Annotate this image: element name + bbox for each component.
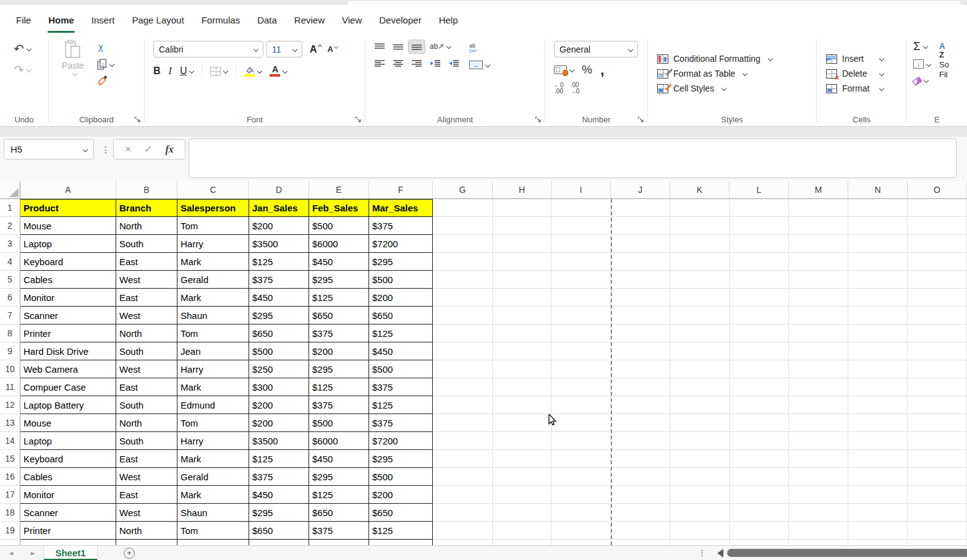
undo-button[interactable]: ↶: [14, 43, 31, 54]
empty-cell[interactable]: [493, 432, 552, 450]
cell-mar-sales[interactable]: $7200: [369, 432, 433, 450]
cell-feb-sales[interactable]: $295: [309, 271, 369, 289]
empty-cell[interactable]: [309, 540, 369, 545]
clear-button[interactable]: [913, 77, 931, 84]
cell-feb-sales[interactable]: $500: [309, 217, 369, 235]
cell-feb-sales[interactable]: $450: [309, 253, 369, 271]
cell-branch[interactable]: West: [116, 468, 177, 486]
empty-cell[interactable]: [611, 325, 670, 342]
empty-cell[interactable]: [789, 199, 848, 217]
empty-cell[interactable]: [848, 414, 908, 432]
empty-cell[interactable]: [433, 217, 493, 235]
cell-mar-sales[interactable]: $500: [369, 360, 433, 378]
cell-product[interactable]: Mouse: [20, 217, 116, 235]
fill-color-button[interactable]: [244, 66, 262, 77]
align-right-button[interactable]: [411, 59, 422, 67]
empty-cell[interactable]: [670, 414, 730, 432]
column-header-k[interactable]: K: [670, 181, 730, 198]
empty-cell[interactable]: [493, 235, 552, 253]
empty-cell[interactable]: [848, 396, 908, 414]
empty-cell[interactable]: [552, 271, 611, 289]
empty-cell[interactable]: [552, 432, 611, 450]
column-header-b[interactable]: B: [116, 181, 177, 198]
cell-jan-sales[interactable]: $250: [249, 360, 309, 378]
cell-product[interactable]: Scanner: [20, 307, 116, 325]
empty-cell[interactable]: [493, 217, 552, 235]
empty-cell[interactable]: [670, 522, 730, 540]
cell-branch[interactable]: East: [116, 450, 177, 468]
empty-cell[interactable]: [789, 396, 848, 414]
empty-cell[interactable]: [433, 342, 493, 360]
cell-header-branch[interactable]: Branch: [116, 199, 177, 217]
cell-mar-sales[interactable]: $125: [369, 522, 433, 540]
empty-cell[interactable]: [789, 540, 848, 545]
cell-feb-sales[interactable]: $650: [309, 504, 369, 522]
empty-cell[interactable]: [433, 432, 493, 450]
empty-cell[interactable]: [552, 378, 611, 396]
empty-cell[interactable]: [730, 396, 789, 414]
cell-jan-sales[interactable]: $200: [249, 414, 309, 432]
cell-product[interactable]: Cables: [20, 468, 116, 486]
empty-cell[interactable]: [789, 271, 848, 289]
empty-cell[interactable]: [670, 253, 730, 271]
empty-cell[interactable]: [552, 414, 611, 432]
cell-styles-button[interactable]: Cell Styles: [657, 83, 726, 93]
cell-product[interactable]: Keyboard: [20, 450, 116, 468]
empty-cell[interactable]: [730, 378, 789, 396]
empty-cell[interactable]: [611, 504, 670, 522]
empty-cell[interactable]: [433, 325, 493, 342]
empty-cell[interactable]: [848, 432, 908, 450]
row-header[interactable]: 3: [0, 235, 20, 253]
empty-cell[interactable]: [611, 432, 670, 450]
cell-jan-sales[interactable]: $295: [249, 307, 309, 325]
cell-salesperson[interactable]: Tom: [177, 414, 249, 432]
autosum-button[interactable]: Σ: [913, 41, 931, 51]
increase-indent-button[interactable]: [448, 59, 459, 67]
empty-cell[interactable]: [670, 468, 730, 486]
column-header-m[interactable]: M: [789, 181, 848, 198]
empty-cell[interactable]: [433, 468, 493, 486]
empty-cell[interactable]: [730, 235, 789, 253]
empty-cell[interactable]: [848, 540, 908, 545]
cell-branch[interactable]: South: [116, 235, 177, 253]
tab-options-icon[interactable]: ⋮: [698, 548, 706, 558]
decrease-decimal-button[interactable]: .00 →0: [570, 82, 580, 95]
copy-button[interactable]: [97, 59, 114, 70]
cell-jan-sales[interactable]: $650: [249, 522, 309, 540]
column-header-c[interactable]: C: [177, 181, 249, 198]
cell-feb-sales[interactable]: $450: [309, 450, 369, 468]
empty-cell[interactable]: [611, 217, 670, 235]
empty-cell[interactable]: [730, 486, 789, 504]
empty-cell[interactable]: [552, 342, 611, 360]
empty-cell[interactable]: [908, 289, 967, 307]
format-cells-button[interactable]: Format: [826, 83, 884, 93]
alignment-dialog-launcher-icon[interactable]: [535, 116, 542, 123]
align-left-button[interactable]: [374, 59, 385, 67]
empty-cell[interactable]: [611, 414, 670, 432]
empty-cell[interactable]: [789, 432, 848, 450]
column-header-l[interactable]: L: [730, 181, 789, 198]
empty-cell[interactable]: [249, 540, 309, 545]
empty-cell[interactable]: [433, 504, 493, 522]
cell-feb-sales[interactable]: $500: [309, 414, 369, 432]
cell-mar-sales[interactable]: $200: [369, 289, 433, 307]
cell-product[interactable]: Keyboard: [20, 253, 116, 271]
cell-header-feb-sales[interactable]: Feb_Sales: [309, 199, 369, 217]
tab-developer[interactable]: Developer: [370, 5, 430, 35]
conditional-formatting-button[interactable]: Conditional Formatting: [657, 54, 772, 64]
column-header-a[interactable]: A: [20, 181, 116, 198]
column-header-n[interactable]: N: [848, 181, 908, 198]
empty-cell[interactable]: [908, 342, 967, 360]
cell-salesperson[interactable]: Shaun: [177, 307, 249, 325]
cell-product[interactable]: Web Camera: [20, 360, 116, 378]
empty-cell[interactable]: [433, 307, 493, 325]
empty-cell[interactable]: [433, 486, 493, 504]
fill-button[interactable]: ↓: [913, 59, 931, 69]
cell-branch[interactable]: North: [116, 217, 177, 235]
cell-branch[interactable]: North: [116, 522, 177, 540]
empty-cell[interactable]: [611, 450, 670, 468]
tab-data[interactable]: Data: [249, 5, 286, 35]
cell-header-salesperson[interactable]: Salesperson: [177, 199, 249, 217]
select-all-button[interactable]: [0, 181, 20, 198]
italic-button[interactable]: I: [169, 66, 172, 77]
